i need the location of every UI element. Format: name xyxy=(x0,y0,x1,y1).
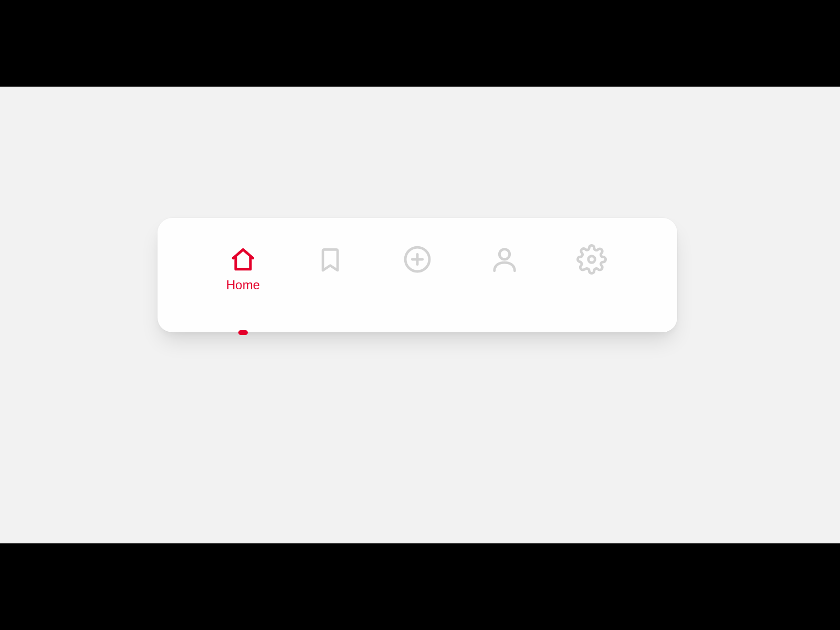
nav-item-profile[interactable]: Profile xyxy=(461,244,548,332)
plus-circle-icon xyxy=(402,244,433,275)
nav-item-add[interactable]: Add xyxy=(374,244,461,332)
bottom-nav: Home Bookmarks Add xyxy=(158,218,677,332)
svg-point-3 xyxy=(499,249,509,259)
nav-item-bookmarks[interactable]: Bookmarks xyxy=(287,244,374,332)
nav-label-home: Home xyxy=(226,278,260,292)
nav-item-settings[interactable]: Settings xyxy=(548,244,635,332)
stage: Home Bookmarks Add xyxy=(0,87,840,543)
bookmark-icon xyxy=(315,244,345,275)
svg-point-4 xyxy=(589,256,595,263)
active-indicator xyxy=(238,330,248,335)
gear-icon xyxy=(576,244,607,275)
nav-item-home[interactable]: Home xyxy=(200,244,287,332)
home-icon xyxy=(228,244,258,275)
user-icon xyxy=(489,244,520,275)
